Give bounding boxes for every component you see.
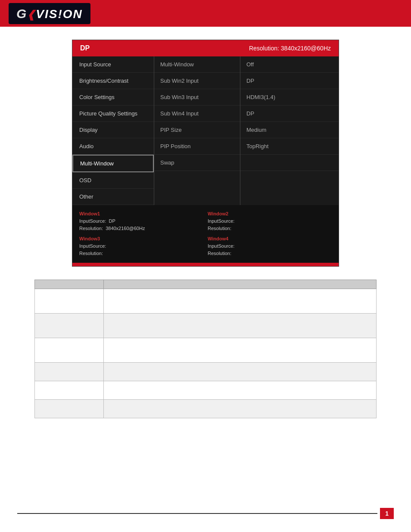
table-cell-value (104, 381, 377, 400)
table-header-col1 (35, 280, 104, 289)
page-footer: 1 (0, 508, 411, 519)
table-header-row (35, 280, 377, 289)
osd-right-column: Off DP HDMI3(1.4) DP Medium TopRight (240, 56, 339, 205)
table-row (35, 381, 377, 400)
window4-block: Window4 InputSource: Resolution: (208, 236, 332, 257)
menu-item-multiwindow[interactable]: Multi-Window (72, 155, 154, 172)
right-item-dp2: DP (240, 106, 339, 122)
menu-item-display[interactable]: Display (72, 122, 154, 138)
osd-middle-column: Multi-Window Sub Win2 Input Sub Win3 Inp… (154, 56, 240, 205)
window1-title: Window1 (79, 211, 203, 216)
right-item-dp1: DP (240, 73, 339, 89)
menu-item-audio[interactable]: Audio (72, 138, 154, 155)
osd-resolution: Resolution: 3840x2160@60Hz (249, 45, 331, 52)
table-cell-value (104, 400, 377, 418)
mid-item-pippos[interactable]: PIP Position (154, 138, 240, 155)
osd-display: DP Resolution: 3840x2160@60Hz Input Sour… (72, 40, 339, 267)
right-item-hdmi: HDMI3(1.4) (240, 89, 339, 106)
window4-detail: InputSource: Resolution: (208, 243, 332, 257)
mid-item-subwin3[interactable]: Sub Win3 Input (154, 89, 240, 106)
window2-title: Window2 (208, 211, 332, 216)
menu-item-other[interactable]: Other (72, 189, 154, 205)
table-cell-label (35, 338, 104, 363)
table-cell-value (104, 314, 377, 338)
table-cell-label (35, 400, 104, 418)
window4-title: Window4 (208, 236, 332, 241)
table-cell-label (35, 314, 104, 338)
data-table (34, 280, 377, 418)
mid-item-subwin4[interactable]: Sub Win4 Input (154, 106, 240, 122)
page-content: DP Resolution: 3840x2160@60Hz Input Sour… (0, 27, 411, 431)
right-item-medium: Medium (240, 122, 339, 138)
table-row (35, 289, 377, 314)
window1-detail: InputSource: DP Resolution: 3840x2160@60… (79, 218, 203, 232)
table-cell-label (35, 381, 104, 400)
mid-item-swap[interactable]: Swap (154, 155, 240, 171)
right-item-empty (240, 155, 339, 171)
osd-body: Input Source Brightness/Contrast Color S… (72, 56, 339, 205)
right-item-topright: TopRight (240, 138, 339, 155)
page-header: G❰VIS!ON (0, 0, 411, 27)
right-item-off: Off (240, 56, 339, 73)
table-cell-value (104, 289, 377, 314)
window3-detail: InputSource: Resolution: (79, 243, 203, 257)
table-row (35, 400, 377, 418)
logo-text: G❰VIS!ON (9, 3, 90, 24)
table-row (35, 363, 377, 381)
mid-item-pipsize[interactable]: PIP Size (154, 122, 240, 138)
osd-footer-bar (72, 263, 339, 266)
page-number: 1 (380, 508, 394, 519)
menu-item-osd[interactable]: OSD (72, 172, 154, 189)
window3-block: Window3 InputSource: Resolution: (79, 236, 203, 257)
osd-window-info: Window1 InputSource: DP Resolution: 3840… (72, 205, 339, 263)
osd-menu: Input Source Brightness/Contrast Color S… (72, 56, 154, 205)
table-cell-label (35, 289, 104, 314)
mid-item-subwin2[interactable]: Sub Win2 Input (154, 73, 240, 89)
window2-block: Window2 InputSource: Resolution: (208, 211, 332, 232)
menu-item-color[interactable]: Color Settings (72, 89, 154, 106)
menu-item-picture[interactable]: Picture Quality Settings (72, 106, 154, 122)
osd-header: DP Resolution: 3840x2160@60Hz (72, 40, 339, 56)
window1-block: Window1 InputSource: DP Resolution: 3840… (79, 211, 203, 232)
table-cell-value (104, 338, 377, 363)
mid-item-multiwindow[interactable]: Multi-Window (154, 56, 240, 73)
window2-detail: InputSource: Resolution: (208, 218, 332, 232)
window3-title: Window3 (79, 236, 203, 241)
menu-item-input-source[interactable]: Input Source (72, 56, 154, 73)
table-header-col2 (104, 280, 377, 289)
osd-title: DP (80, 44, 90, 52)
menu-item-brightness[interactable]: Brightness/Contrast (72, 73, 154, 89)
logo: G❰VIS!ON (9, 3, 90, 24)
footer-line (17, 513, 377, 514)
data-table-section (34, 280, 377, 418)
table-row (35, 338, 377, 363)
table-row (35, 314, 377, 338)
table-cell-label (35, 363, 104, 381)
table-cell-value (104, 363, 377, 381)
